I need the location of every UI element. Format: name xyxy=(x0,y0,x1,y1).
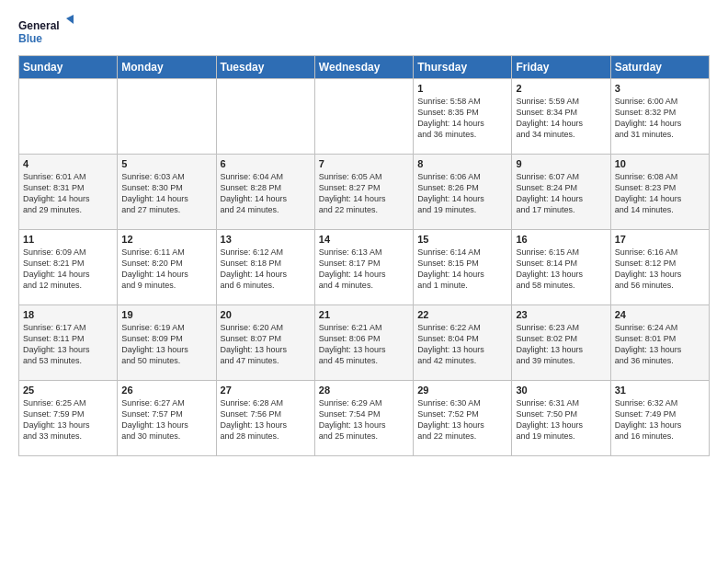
cell-content: Sunrise: 6:09 AM Sunset: 8:21 PM Dayligh… xyxy=(23,247,113,292)
day-number: 5 xyxy=(121,158,211,169)
calendar-cell: 15Sunrise: 6:14 AM Sunset: 8:15 PM Dayli… xyxy=(414,230,512,305)
day-number: 6 xyxy=(221,158,311,169)
calendar-cell: 29Sunrise: 6:30 AM Sunset: 7:52 PM Dayli… xyxy=(414,381,512,456)
calendar-cell: 10Sunrise: 6:08 AM Sunset: 8:23 PM Dayli… xyxy=(610,155,709,230)
cell-content: Sunrise: 6:20 AM Sunset: 8:07 PM Dayligh… xyxy=(221,322,311,367)
calendar-cell xyxy=(216,79,314,155)
calendar-cell: 25Sunrise: 6:25 AM Sunset: 7:59 PM Dayli… xyxy=(19,381,118,456)
day-header-friday: Friday xyxy=(512,56,610,79)
calendar-cell: 1Sunrise: 5:58 AM Sunset: 8:35 PM Daylig… xyxy=(414,79,512,155)
day-number: 21 xyxy=(319,309,409,320)
day-number: 23 xyxy=(516,309,606,320)
calendar-table: SundayMondayTuesdayWednesdayThursdayFrid… xyxy=(18,55,710,456)
cell-content: Sunrise: 6:00 AM Sunset: 8:32 PM Dayligh… xyxy=(615,96,705,141)
calendar-cell: 6Sunrise: 6:04 AM Sunset: 8:28 PM Daylig… xyxy=(216,155,314,230)
cell-content: Sunrise: 6:31 AM Sunset: 7:50 PM Dayligh… xyxy=(516,397,606,442)
calendar-cell: 23Sunrise: 6:23 AM Sunset: 8:02 PM Dayli… xyxy=(512,305,610,381)
calendar-cell: 20Sunrise: 6:20 AM Sunset: 8:07 PM Dayli… xyxy=(216,305,314,381)
cell-content: Sunrise: 6:13 AM Sunset: 8:17 PM Dayligh… xyxy=(319,247,409,292)
calendar-cell: 7Sunrise: 6:05 AM Sunset: 8:27 PM Daylig… xyxy=(314,155,413,230)
cell-content: Sunrise: 6:07 AM Sunset: 8:24 PM Dayligh… xyxy=(516,171,606,216)
day-number: 17 xyxy=(615,234,705,245)
day-number: 29 xyxy=(417,385,507,396)
week-row-1: 1Sunrise: 5:58 AM Sunset: 8:35 PM Daylig… xyxy=(19,79,710,155)
day-header-thursday: Thursday xyxy=(414,56,512,79)
day-number: 9 xyxy=(516,158,606,169)
calendar-cell: 14Sunrise: 6:13 AM Sunset: 8:17 PM Dayli… xyxy=(314,230,413,305)
day-number: 14 xyxy=(319,234,409,245)
week-row-5: 25Sunrise: 6:25 AM Sunset: 7:59 PM Dayli… xyxy=(19,381,710,456)
calendar-cell: 8Sunrise: 6:06 AM Sunset: 8:26 PM Daylig… xyxy=(414,155,512,230)
cell-content: Sunrise: 6:17 AM Sunset: 8:11 PM Dayligh… xyxy=(23,322,113,367)
day-number: 1 xyxy=(417,83,507,94)
svg-marker-2 xyxy=(66,15,74,24)
header-row: SundayMondayTuesdayWednesdayThursdayFrid… xyxy=(19,56,710,79)
day-number: 22 xyxy=(417,309,507,320)
day-header-sunday: Sunday xyxy=(19,56,118,79)
cell-content: Sunrise: 6:14 AM Sunset: 8:15 PM Dayligh… xyxy=(417,247,507,292)
day-number: 28 xyxy=(319,385,409,396)
calendar-cell: 19Sunrise: 6:19 AM Sunset: 8:09 PM Dayli… xyxy=(118,305,216,381)
week-row-3: 11Sunrise: 6:09 AM Sunset: 8:21 PM Dayli… xyxy=(19,230,710,305)
calendar-cell: 21Sunrise: 6:21 AM Sunset: 8:06 PM Dayli… xyxy=(314,305,413,381)
calendar-cell: 3Sunrise: 6:00 AM Sunset: 8:32 PM Daylig… xyxy=(610,79,709,155)
day-number: 12 xyxy=(121,234,211,245)
cell-content: Sunrise: 6:06 AM Sunset: 8:26 PM Dayligh… xyxy=(417,171,507,216)
day-header-monday: Monday xyxy=(118,56,216,79)
day-number: 3 xyxy=(615,83,705,94)
calendar-cell: 12Sunrise: 6:11 AM Sunset: 8:20 PM Dayli… xyxy=(118,230,216,305)
calendar-cell: 26Sunrise: 6:27 AM Sunset: 7:57 PM Dayli… xyxy=(118,381,216,456)
day-number: 30 xyxy=(516,385,606,396)
logo-svg: General Blue xyxy=(18,15,74,48)
cell-content: Sunrise: 6:21 AM Sunset: 8:06 PM Dayligh… xyxy=(319,322,409,367)
cell-content: Sunrise: 6:24 AM Sunset: 8:01 PM Dayligh… xyxy=(615,322,705,367)
day-number: 25 xyxy=(23,385,113,396)
svg-text:Blue: Blue xyxy=(18,32,42,45)
cell-content: Sunrise: 6:15 AM Sunset: 8:14 PM Dayligh… xyxy=(516,247,606,292)
calendar-cell: 24Sunrise: 6:24 AM Sunset: 8:01 PM Dayli… xyxy=(610,305,709,381)
day-number: 24 xyxy=(615,309,705,320)
day-header-wednesday: Wednesday xyxy=(314,56,413,79)
day-number: 27 xyxy=(221,385,311,396)
day-number: 10 xyxy=(615,158,705,169)
cell-content: Sunrise: 6:08 AM Sunset: 8:23 PM Dayligh… xyxy=(615,171,705,216)
day-number: 8 xyxy=(417,158,507,169)
cell-content: Sunrise: 6:22 AM Sunset: 8:04 PM Dayligh… xyxy=(417,322,507,367)
day-number: 13 xyxy=(221,234,311,245)
cell-content: Sunrise: 6:12 AM Sunset: 8:18 PM Dayligh… xyxy=(221,247,311,292)
cell-content: Sunrise: 6:16 AM Sunset: 8:12 PM Dayligh… xyxy=(615,247,705,292)
cell-content: Sunrise: 6:32 AM Sunset: 7:49 PM Dayligh… xyxy=(615,397,705,442)
day-number: 15 xyxy=(417,234,507,245)
day-number: 20 xyxy=(221,309,311,320)
calendar-cell: 16Sunrise: 6:15 AM Sunset: 8:14 PM Dayli… xyxy=(512,230,610,305)
calendar-cell xyxy=(314,79,413,155)
day-number: 2 xyxy=(516,83,606,94)
cell-content: Sunrise: 6:19 AM Sunset: 8:09 PM Dayligh… xyxy=(121,322,211,367)
calendar-cell: 31Sunrise: 6:32 AM Sunset: 7:49 PM Dayli… xyxy=(610,381,709,456)
day-header-tuesday: Tuesday xyxy=(216,56,314,79)
day-number: 26 xyxy=(121,385,211,396)
day-number: 18 xyxy=(23,309,113,320)
calendar-cell: 2Sunrise: 5:59 AM Sunset: 8:34 PM Daylig… xyxy=(512,79,610,155)
day-header-saturday: Saturday xyxy=(610,56,709,79)
week-row-4: 18Sunrise: 6:17 AM Sunset: 8:11 PM Dayli… xyxy=(19,305,710,381)
calendar-cell: 27Sunrise: 6:28 AM Sunset: 7:56 PM Dayli… xyxy=(216,381,314,456)
cell-content: Sunrise: 6:05 AM Sunset: 8:27 PM Dayligh… xyxy=(319,171,409,216)
cell-content: Sunrise: 6:04 AM Sunset: 8:28 PM Dayligh… xyxy=(221,171,311,216)
cell-content: Sunrise: 6:01 AM Sunset: 8:31 PM Dayligh… xyxy=(23,171,113,216)
cell-content: Sunrise: 6:28 AM Sunset: 7:56 PM Dayligh… xyxy=(221,397,311,442)
cell-content: Sunrise: 6:11 AM Sunset: 8:20 PM Dayligh… xyxy=(121,247,211,292)
day-number: 4 xyxy=(23,158,113,169)
day-number: 31 xyxy=(615,385,705,396)
cell-content: Sunrise: 5:59 AM Sunset: 8:34 PM Dayligh… xyxy=(516,96,606,141)
day-number: 7 xyxy=(319,158,409,169)
calendar-cell: 17Sunrise: 6:16 AM Sunset: 8:12 PM Dayli… xyxy=(610,230,709,305)
day-number: 11 xyxy=(23,234,113,245)
calendar-cell: 11Sunrise: 6:09 AM Sunset: 8:21 PM Dayli… xyxy=(19,230,118,305)
day-number: 16 xyxy=(516,234,606,245)
cell-content: Sunrise: 5:58 AM Sunset: 8:35 PM Dayligh… xyxy=(417,96,507,141)
calendar-cell: 13Sunrise: 6:12 AM Sunset: 8:18 PM Dayli… xyxy=(216,230,314,305)
logo: General Blue xyxy=(18,15,74,48)
cell-content: Sunrise: 6:03 AM Sunset: 8:30 PM Dayligh… xyxy=(121,171,211,216)
calendar-cell: 4Sunrise: 6:01 AM Sunset: 8:31 PM Daylig… xyxy=(19,155,118,230)
